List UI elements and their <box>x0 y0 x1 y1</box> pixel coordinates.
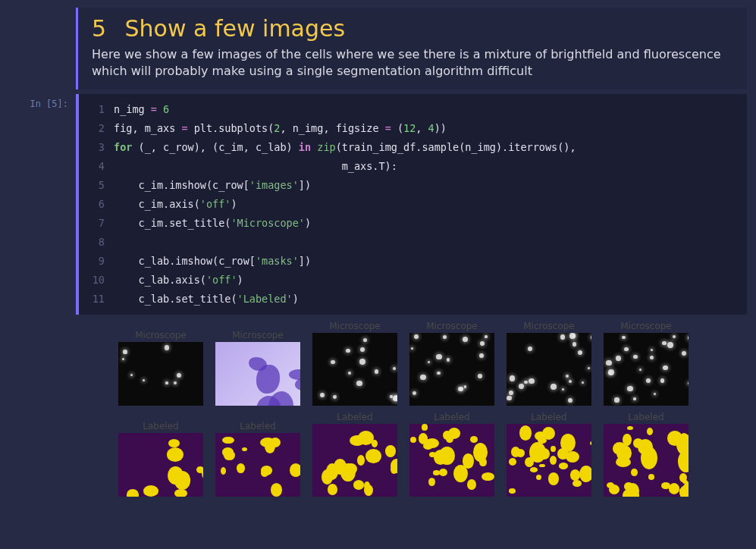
labeled-thumb: Labeled <box>503 421 594 506</box>
code-text: c_lab.axis('off') <box>114 271 243 290</box>
thumb-title: Labeled <box>143 421 178 431</box>
thumb-title: Microscope <box>329 321 381 331</box>
code-line: 4 m_axs.T): <box>79 157 747 176</box>
thumb-title: Labeled <box>628 412 663 422</box>
code-text: c_lab.imshow(c_row['masks']) <box>114 252 311 271</box>
line-number: 1 <box>79 100 114 119</box>
line-number: 2 <box>79 119 114 138</box>
figure-grid: MicroscopeMicroscopeMicroscopeMicroscope… <box>88 330 735 506</box>
cell-prompt: In [5]: <box>9 99 68 109</box>
thumb-title: Microscope <box>232 330 284 340</box>
line-number: 10 <box>79 271 114 290</box>
code-text: c_im.axis('off') <box>114 195 237 214</box>
code-text: c_lab.set_title('Labeled') <box>114 290 299 309</box>
thumb-title: Microscope <box>135 330 187 340</box>
section-body: Here we show a few images of the cells w… <box>92 46 733 79</box>
microscope-thumb: Microscope <box>309 330 400 415</box>
code-text: m_axs.T): <box>114 157 397 176</box>
figure-row-labeled: LabeledLabeledLabeledLabeledLabeledLabel… <box>88 421 735 506</box>
thumb-image <box>215 342 300 406</box>
code-line: 6 c_im.axis('off') <box>79 195 747 214</box>
code-line: 7 c_im.set_title('Microscope') <box>79 214 747 233</box>
thumb-title: Microscope <box>523 321 575 331</box>
microscope-thumb: Microscope <box>212 330 303 415</box>
thumb-title: Labeled <box>434 412 469 422</box>
section-title: Show a few images <box>125 15 346 42</box>
thumb-image <box>604 333 689 406</box>
code-line: 10 c_lab.axis('off') <box>79 271 747 290</box>
line-number: 3 <box>79 138 114 157</box>
figure-row-microscope: MicroscopeMicroscopeMicroscopeMicroscope… <box>88 330 735 415</box>
code-text: for (_, c_row), (c_im, c_lab) in zip(tra… <box>114 138 576 157</box>
thumb-image <box>312 424 397 497</box>
labeled-thumb: Labeled <box>115 421 206 506</box>
cell-output: MicroscopeMicroscopeMicroscopeMicroscope… <box>76 327 747 521</box>
thumb-image <box>118 342 203 406</box>
code-text: n_img = 6 <box>114 100 169 119</box>
code-line: 11 c_lab.set_title('Labeled') <box>79 290 747 309</box>
code-line: 5 c_im.imshow(c_row['images']) <box>79 176 747 195</box>
line-number: 8 <box>79 233 114 252</box>
thumb-title: Labeled <box>240 421 275 431</box>
code-line: 3for (_, c_row), (c_im, c_lab) in zip(tr… <box>79 138 747 157</box>
thumb-image <box>409 333 494 406</box>
thumb-title: Labeled <box>531 412 566 422</box>
labeled-thumb: Labeled <box>601 421 692 506</box>
thumb-title: Microscope <box>620 321 672 331</box>
code-line: 1n_img = 6 <box>79 100 747 119</box>
section-number: 5 <box>92 15 118 42</box>
microscope-thumb: Microscope <box>115 330 206 415</box>
line-number: 5 <box>79 176 114 195</box>
thumb-image <box>604 424 689 497</box>
markdown-cell: 5 Show a few images Here we show a few i… <box>76 8 747 89</box>
thumb-image <box>118 433 203 497</box>
thumb-image <box>507 333 591 406</box>
code-editor[interactable]: 1n_img = 62fig, m_axs = plt.subplots(2, … <box>76 94 747 315</box>
section-heading: 5 Show a few images <box>92 15 733 42</box>
code-line: 2fig, m_axs = plt.subplots(2, n_img, fig… <box>79 119 747 138</box>
line-number: 4 <box>79 157 114 176</box>
microscope-thumb: Microscope <box>601 330 692 415</box>
code-text: fig, m_axs = plt.subplots(2, n_img, figs… <box>114 119 447 138</box>
labeled-thumb: Labeled <box>212 421 303 506</box>
thumb-title: Labeled <box>337 412 372 422</box>
microscope-thumb: Microscope <box>503 330 594 415</box>
labeled-thumb: Labeled <box>309 421 400 506</box>
thumb-image <box>312 333 397 406</box>
thumb-image <box>409 424 494 497</box>
microscope-thumb: Microscope <box>406 330 497 415</box>
line-number: 6 <box>79 195 114 214</box>
code-text: c_im.imshow(c_row['images']) <box>114 176 311 195</box>
code-line: 9 c_lab.imshow(c_row['masks']) <box>79 252 747 271</box>
thumb-image <box>215 433 300 497</box>
line-number: 9 <box>79 252 114 271</box>
thumb-image <box>507 424 591 497</box>
labeled-thumb: Labeled <box>406 421 497 506</box>
code-text: c_im.set_title('Microscope') <box>114 214 311 233</box>
line-number: 7 <box>79 214 114 233</box>
code-line: 8 <box>79 233 747 252</box>
thumb-title: Microscope <box>426 321 478 331</box>
line-number: 11 <box>79 290 114 309</box>
code-cell: In [5]: 1n_img = 62fig, m_axs = plt.subp… <box>9 94 747 315</box>
